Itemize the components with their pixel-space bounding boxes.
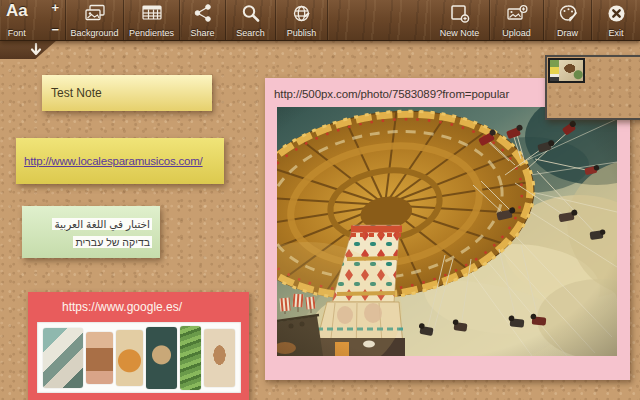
search-icon: [241, 3, 260, 23]
sticky-note-photo[interactable]: http://500px.com/photo/7583089?from=popu…: [265, 78, 630, 380]
font-label: Font: [8, 28, 26, 38]
thumbnail-picture: [559, 60, 583, 81]
font-button[interactable]: Aa Font + −: [0, 0, 66, 40]
background-button[interactable]: Background: [66, 0, 124, 40]
photo-thumbnail[interactable]: [548, 58, 585, 83]
publish-label: Publish: [287, 28, 317, 38]
note-text: Test Note: [51, 86, 102, 100]
hide-toolbar-tab[interactable]: [0, 40, 57, 59]
pendientes-button[interactable]: Pendientes: [124, 0, 180, 40]
doodle-panel: [146, 327, 177, 389]
sticky-note-google[interactable]: https://www.google.es/: [28, 292, 249, 400]
transparent-note[interactable]: [545, 55, 640, 120]
doodle-panel: [86, 332, 113, 384]
draw-button[interactable]: Draw: [544, 0, 592, 40]
exit-icon: [607, 3, 626, 23]
font-increase-button[interactable]: +: [51, 3, 59, 13]
draw-label: Draw: [557, 28, 578, 38]
search-button[interactable]: Search: [226, 0, 276, 40]
toolbar: Aa Font + − Background: [0, 0, 640, 41]
hebrew-text: בדיקה של עברית: [73, 236, 152, 248]
share-icon: [194, 3, 212, 23]
sticky-note-multilingual[interactable]: اختبار في اللغة العربية בדיקה של עברית: [22, 206, 160, 258]
publish-button[interactable]: Publish: [276, 0, 328, 40]
note-url: http://500px.com/photo/7583089?from=popu…: [274, 88, 509, 100]
doodle-panel: [204, 329, 235, 387]
background-image-icon: [84, 3, 106, 23]
globe-icon: [292, 3, 311, 23]
upload-image-icon: [506, 3, 528, 23]
new-note-label: New Note: [440, 28, 480, 38]
note-hyperlink[interactable]: http://www.localesparamusicos.com/: [24, 155, 203, 167]
share-button[interactable]: Share: [180, 0, 226, 40]
search-label: Search: [236, 28, 265, 38]
doodle-panel: [180, 326, 201, 390]
sticky-note-test[interactable]: Test Note: [42, 75, 212, 111]
grid-list-icon: [141, 3, 163, 23]
sticky-note-link[interactable]: http://www.localesparamusicos.com/: [16, 138, 224, 184]
palette-icon: [558, 3, 578, 23]
arrow-down-icon: [30, 43, 42, 56]
exit-label: Exit: [608, 28, 623, 38]
background-label: Background: [70, 28, 118, 38]
toolbar-spacer: [328, 0, 430, 40]
font-decrease-button[interactable]: −: [51, 25, 59, 35]
pendientes-label: Pendientes: [129, 28, 174, 38]
upload-label: Upload: [502, 28, 531, 38]
new-note-icon: [450, 3, 470, 23]
carousel-photo[interactable]: [277, 107, 617, 356]
thumbnail-stripes: [550, 60, 559, 81]
google-doodle-thumbnail[interactable]: [37, 322, 241, 393]
font-icon[interactable]: Aa: [6, 2, 28, 20]
exit-button[interactable]: Exit: [592, 0, 640, 40]
corkboard-app: Aa Font + − Background: [0, 0, 640, 400]
doodle-panel: [116, 330, 143, 386]
upload-button[interactable]: Upload: [490, 0, 544, 40]
doodle-panel: [43, 328, 83, 388]
note-url: https://www.google.es/: [62, 300, 182, 314]
new-note-button[interactable]: New Note: [430, 0, 490, 40]
share-label: Share: [190, 28, 214, 38]
arabic-text: اختبار في اللغة العربية: [52, 218, 152, 230]
